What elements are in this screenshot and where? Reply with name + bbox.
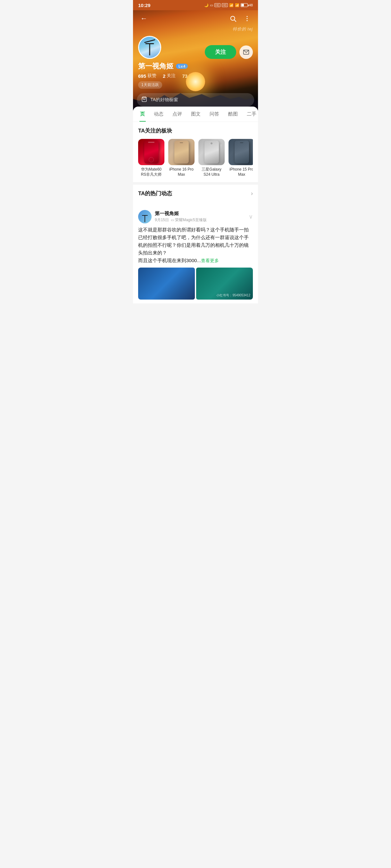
block-huawei[interactable]: 华为Mate60 RS非凡大师 (138, 139, 164, 177)
tab-coolpics-label: 酷图 (228, 111, 238, 117)
tab-trends-label: 动态 (154, 111, 163, 117)
likes-count: 695 (138, 73, 146, 79)
following-count: 2 (163, 73, 165, 79)
bottom-watermark: 小红书号：9549053412 (216, 293, 250, 298)
search-button[interactable] (227, 13, 239, 24)
status-time: 10:29 (138, 3, 150, 8)
followed-blocks-section: TA关注的板块 华为Mate60 RS非凡大师 (133, 122, 258, 182)
block-iphone15[interactable]: iPhone 15 Pro Max (228, 139, 253, 177)
post-header: 第一视角姬 9月15日 ▭ 荣耀Magic5至臻版 ∨ (138, 210, 253, 223)
more-icon[interactable]: › (251, 190, 253, 197)
sun-decoration (186, 72, 205, 91)
tab-home-label: 页 (140, 111, 145, 117)
wifi-icon: 📶 (235, 3, 240, 7)
block-label-iphone15: iPhone 15 Pro Max (228, 167, 253, 177)
following-stat[interactable]: 2 关注 (163, 73, 176, 79)
blocks-scroll: 华为Mate60 RS非凡大师 iPhone 16 Pro Max (138, 139, 253, 177)
post-meta: 9月15日 ▭ 荣耀Magic5至臻版 (155, 217, 207, 223)
followed-blocks-title: TA关注的板块 (138, 127, 253, 134)
samsung-phone-shape (204, 141, 219, 163)
pip-icon: ▭ (210, 3, 213, 7)
hot-trends-title: TA的热门动态 (138, 190, 172, 197)
cart-icon (141, 96, 147, 103)
watermark: 特价的 tej (233, 26, 253, 32)
battery-icon (241, 3, 248, 7)
block-img-iphone16 (168, 139, 195, 165)
huawei-phone-shape (144, 141, 159, 163)
iphone16-phone-art (168, 139, 195, 165)
iphone15-phone-shape (234, 141, 249, 163)
block-label-samsung: 三星Galaxy S24 Ultra (198, 167, 225, 177)
username-row: 第一视角姬 Lv.4 (138, 61, 253, 71)
hd2-icon: HD (222, 3, 228, 7)
post-content: 这不就是那群谷吹的所谓好看吗？这个手机随手一拍已经打败很多手机了吧，为什么还有一… (138, 226, 253, 265)
back-button[interactable]: ← (138, 13, 150, 24)
nav-bar: ← (133, 10, 258, 27)
post-card: 第一视角姬 9月15日 ▭ 荣耀Magic5至臻版 ∨ 这不就是那群谷吹的所谓好… (133, 206, 258, 303)
username: 第一视角姬 (138, 61, 173, 71)
active-badge: 1天前活跃 (138, 81, 162, 89)
block-img-huawei (138, 139, 164, 165)
svg-point-4 (247, 20, 247, 21)
moon-icon: 🌙 (204, 3, 208, 7)
block-samsung[interactable]: 三星Galaxy S24 Ultra (198, 139, 225, 177)
block-img-iphone15 (228, 139, 253, 165)
hot-header: TA的热门动态 › (138, 190, 253, 197)
huawei-phone-art (138, 139, 164, 165)
likes-label: 获赞 (147, 73, 157, 79)
post-date: 9月15日 (155, 217, 169, 223)
battery-level: 48 (249, 3, 253, 7)
post-device: ▭ 荣耀Magic5至臻版 (171, 217, 207, 223)
profile-actions: 关注 (205, 45, 253, 59)
shop-bar-text: TA的好物橱窗 (150, 97, 178, 103)
tab-qa-label: 问答 (210, 111, 219, 117)
post-username: 第一视角姬 (155, 211, 207, 217)
tab-articles-label: 图文 (191, 111, 201, 117)
status-icons: 🌙 ▭ HD HD 📶 📶 48 (204, 3, 253, 7)
follow-button[interactable]: 关注 (205, 45, 236, 59)
divider (133, 182, 258, 185)
profile-background: ← 特价的 tej (133, 10, 258, 111)
tab-reviews-label: 点评 (172, 111, 182, 117)
post-user-info: 第一视角姬 9月15日 ▭ 荣耀Magic5至臻版 (155, 211, 207, 223)
avatar (138, 36, 161, 59)
iphone16-phone-shape (174, 141, 189, 163)
level-badge: Lv.4 (176, 64, 188, 69)
read-more-link[interactable]: 查看更多 (201, 258, 219, 263)
shop-bar[interactable]: TA的好物橱窗 (137, 93, 254, 106)
post-device-name: 荣耀Magic5至臻版 (175, 217, 207, 223)
post-images-container: 小红书号：9549053412 (138, 268, 253, 300)
shop-bar-container: TA的好物橱窗 (133, 93, 258, 111)
tab-secondhand-label: 二手 (247, 111, 256, 117)
iphone15-phone-art (228, 139, 253, 165)
block-label-huawei: 华为Mate60 RS非凡大师 (138, 167, 164, 177)
main-card: 页 动态 点评 图文 问答 酷图 二手 好 TA关注的板块 (133, 106, 258, 303)
block-img-samsung (198, 139, 225, 165)
svg-point-2 (247, 16, 247, 17)
post-user: 第一视角姬 9月15日 ▭ 荣耀Magic5至臻版 (138, 210, 207, 223)
signal-icon: 📶 (229, 3, 234, 7)
post-avatar-lamp (144, 215, 145, 222)
block-iphone16[interactable]: iPhone 16 Pro Max (168, 139, 195, 177)
profile-top: 关注 (138, 36, 253, 59)
likes-stat[interactable]: 695 获赞 (138, 73, 157, 79)
status-bar: 10:29 🌙 ▭ HD HD 📶 📶 48 (133, 0, 258, 10)
post-image-1[interactable] (138, 268, 195, 300)
svg-line-1 (234, 20, 236, 22)
block-label-iphone16: iPhone 16 Pro Max (168, 167, 195, 177)
collapse-button[interactable]: ∨ (249, 213, 253, 220)
post-avatar (138, 210, 151, 223)
samsung-phone-art (198, 139, 225, 165)
following-label: 关注 (167, 73, 176, 79)
avatar-lamp-decoration (149, 43, 150, 55)
hd-icon: HD (215, 3, 221, 7)
message-button[interactable] (240, 45, 253, 59)
svg-point-3 (247, 18, 247, 19)
nav-right (227, 13, 253, 24)
more-menu-button[interactable] (241, 13, 253, 24)
hot-trends-section: TA的热门动态 › (133, 185, 258, 206)
device-icon: ▭ (171, 218, 174, 222)
